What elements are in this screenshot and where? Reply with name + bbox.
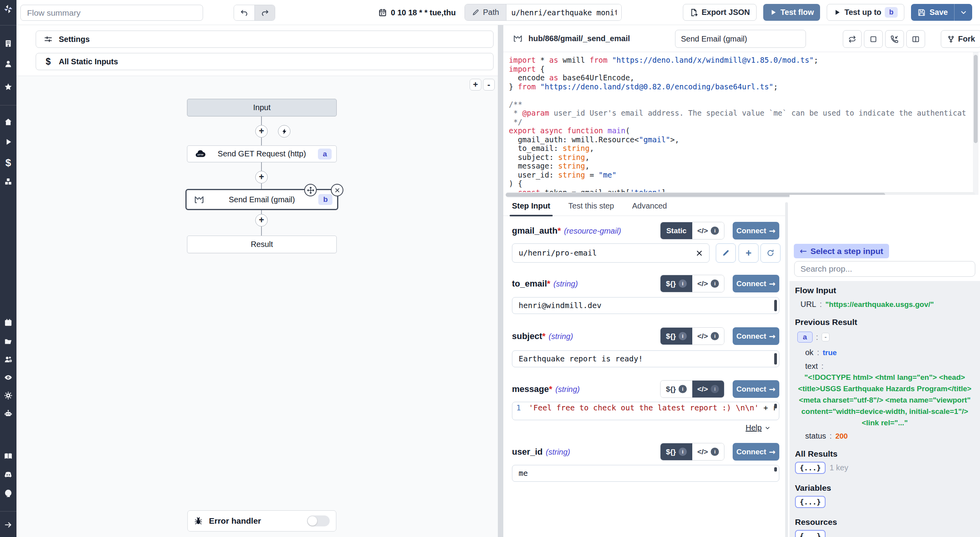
info-icon[interactable]: i	[711, 385, 719, 393]
export-json-button[interactable]: Export JSON	[683, 4, 757, 21]
tab-advanced[interactable]: Advanced	[632, 200, 667, 216]
sidebar-item-schedules[interactable]	[0, 318, 16, 327]
delete-step-button[interactable]	[331, 184, 343, 196]
panel-splitter[interactable]	[498, 25, 503, 537]
mode-javascript[interactable]: </>i	[692, 381, 724, 397]
diff-view-button[interactable]	[906, 30, 925, 48]
info-icon[interactable]: i	[679, 279, 687, 288]
flow-settings-button[interactable]: Settings	[36, 31, 494, 48]
sidebar-item-docs[interactable]	[0, 452, 16, 461]
connect-button-to-email[interactable]: Connect→	[733, 275, 779, 292]
mode-template[interactable]: ${}i	[661, 381, 692, 397]
sidebar-item-folders[interactable]	[0, 337, 16, 346]
mode-javascript[interactable]: </>i	[692, 275, 724, 292]
prop-row-status[interactable]: status: 200	[805, 432, 975, 441]
collapse-rail-button[interactable]	[0, 521, 16, 529]
sidebar-item-settings[interactable]	[0, 391, 16, 400]
object-badge[interactable]: {...}	[795, 496, 826, 508]
info-icon[interactable]: i	[711, 332, 719, 340]
select-step-input-button[interactable]: ← Select a step input	[794, 244, 889, 258]
add-step-button[interactable]: +	[255, 171, 268, 183]
message-expression-editor[interactable]: 1 'Feel free to check out the latest rep…	[512, 402, 779, 420]
code-editor[interactable]: import * as wmill from "https://deno.lan…	[503, 52, 980, 195]
code-vertical-scrollbar[interactable]	[973, 52, 978, 195]
sidebar-item-home[interactable]	[0, 118, 16, 126]
mode-static[interactable]: Static	[661, 222, 692, 239]
prop-search-input[interactable]	[794, 261, 975, 277]
prop-row-ok[interactable]: ok: true	[805, 348, 975, 357]
prop-row-url[interactable]: URL: "https://earthquake.usgs.gov/"	[800, 300, 975, 309]
sidebar-item-github[interactable]	[0, 489, 16, 497]
info-icon[interactable]: i	[711, 448, 719, 456]
flow-node-input[interactable]: Input	[187, 99, 337, 116]
step-name-input[interactable]	[675, 30, 806, 48]
schedule-summary[interactable]: 0 10 18 * * tue,thu	[378, 0, 456, 25]
redo-button[interactable]	[254, 5, 275, 20]
sidebar-item-workers[interactable]	[0, 409, 16, 418]
connect-button-gmail-auth[interactable]: Connect→	[733, 222, 779, 239]
flow-node-result[interactable]: Result	[187, 236, 337, 253]
sidebar-item-user[interactable]	[0, 60, 16, 68]
object-badge[interactable]: {...}	[795, 530, 826, 537]
add-trigger-button[interactable]	[278, 125, 290, 138]
prop-row-a[interactable]: a: -	[797, 332, 975, 343]
info-icon[interactable]: i	[679, 448, 687, 456]
error-handler-toggle[interactable]	[307, 515, 330, 526]
path-edit-button[interactable]: Path	[465, 4, 506, 20]
tab-test-this-step[interactable]: Test this step	[568, 200, 614, 216]
subject-field[interactable]: Earthquake report is ready!	[512, 350, 779, 367]
info-icon[interactable]: i	[679, 332, 687, 340]
flow-canvas[interactable]: + - Input + HTTP Send GET Request (http)…	[16, 76, 498, 537]
info-icon[interactable]: i	[711, 279, 719, 288]
save-button[interactable]: Save	[911, 4, 954, 21]
text-value[interactable]: "<!DOCTYPE html> <html lang="en"> <head>…	[795, 372, 975, 428]
flow-node-get-request[interactable]: HTTP Send GET Request (http) a	[187, 145, 337, 162]
mode-javascript[interactable]: </>i	[692, 222, 724, 239]
to-email-field[interactable]: henri@windmill.dev	[512, 297, 779, 314]
all-static-inputs-button[interactable]: $ All Static Inputs	[36, 53, 494, 70]
user-id-field[interactable]: me	[512, 465, 779, 482]
refresh-resource-button[interactable]	[760, 243, 780, 263]
mode-template[interactable]: ${}i	[661, 328, 692, 345]
connect-button-subject[interactable]: Connect→	[733, 327, 779, 345]
zoom-out-button[interactable]: -	[483, 79, 495, 91]
clear-icon[interactable]	[696, 250, 703, 257]
sidebar-item-runs[interactable]	[0, 138, 16, 146]
mode-javascript[interactable]: </>i	[692, 443, 724, 460]
test-up-to-button[interactable]: Test up to b	[827, 4, 904, 21]
edit-resource-button[interactable]	[716, 243, 736, 263]
add-step-button[interactable]: +	[255, 125, 268, 138]
save-menu-button[interactable]	[954, 4, 972, 21]
scrollbar-thumb[interactable]	[974, 55, 978, 143]
sidebar-item-variables[interactable]: $	[0, 157, 16, 169]
sidebar-item-audit-logs[interactable]	[0, 373, 16, 382]
fork-button[interactable]: Fork	[941, 30, 980, 48]
undo-button[interactable]	[234, 5, 254, 20]
step-a-badge[interactable]: a	[797, 332, 813, 343]
help-link[interactable]: Help	[746, 423, 771, 432]
flow-summary-input[interactable]	[20, 5, 203, 21]
connect-button-message[interactable]: Connect→	[733, 380, 779, 398]
sidebar-item-resources[interactable]	[0, 177, 16, 186]
sidebar-item-workspace[interactable]	[0, 39, 16, 48]
sync-script-button[interactable]	[843, 30, 862, 48]
expand-editor-button[interactable]	[864, 30, 883, 48]
windmill-logo-icon[interactable]	[0, 4, 16, 14]
sidebar-item-discord[interactable]	[0, 470, 16, 479]
move-step-button[interactable]	[304, 184, 317, 196]
mode-template[interactable]: ${}i	[661, 443, 692, 460]
tab-step-input[interactable]: Step Input	[512, 200, 550, 216]
test-flow-button[interactable]: Test flow	[763, 4, 820, 21]
info-icon[interactable]: i	[711, 227, 719, 235]
zoom-in-button[interactable]: +	[470, 79, 481, 91]
webhook-button[interactable]	[885, 30, 904, 48]
prop-row-text[interactable]: text:	[805, 362, 975, 371]
add-resource-button[interactable]: +	[739, 243, 759, 263]
gmail-auth-resource-field[interactable]: u/henri/pro-email	[512, 243, 710, 263]
mode-template[interactable]: ${}i	[661, 275, 692, 292]
sidebar-item-groups[interactable]	[0, 355, 16, 364]
object-badge[interactable]: {...}	[795, 462, 826, 474]
info-icon[interactable]: i	[679, 385, 687, 393]
form-scrollbar[interactable]	[785, 202, 788, 537]
sidebar-item-favorites[interactable]	[0, 83, 16, 91]
